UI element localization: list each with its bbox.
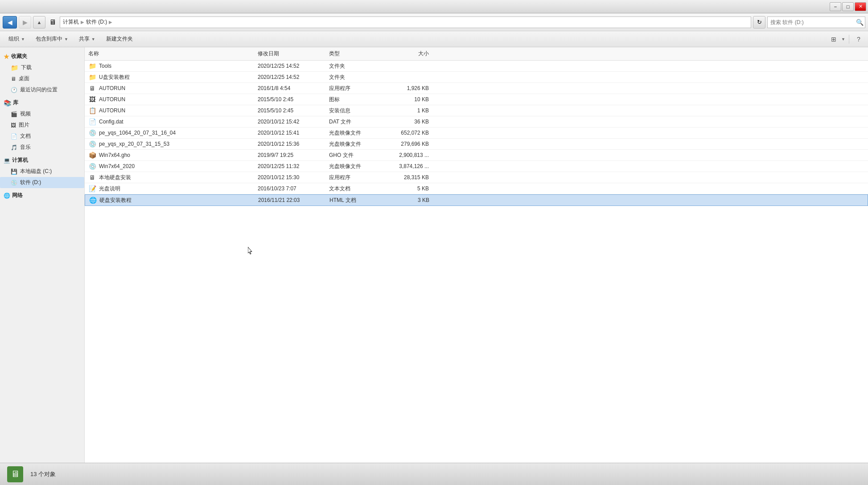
sidebar-item-documents[interactable]: 📄 文档: [0, 131, 84, 142]
search-input[interactable]: [767, 16, 865, 28]
file-name: AUTORUN: [99, 85, 125, 91]
table-row[interactable]: 💿 Win7x64_2020 2020/12/25 11:32 光盘映像文件 3…: [85, 161, 868, 172]
exe-icon: 🖥: [88, 173, 96, 181]
sidebar-video-label: 视频: [20, 110, 31, 118]
forward-button[interactable]: ▶: [19, 16, 31, 29]
file-size: 652,072 KB: [379, 130, 432, 136]
drive-d-icon: 💿: [11, 180, 17, 186]
col-header-size[interactable]: 大小: [379, 49, 432, 58]
iso-icon: 💿: [88, 162, 96, 170]
search-button[interactable]: 🔍: [856, 19, 864, 26]
new-folder-button[interactable]: 新建文件夹: [101, 33, 138, 45]
html-icon: 🌐: [89, 196, 97, 204]
file-name: Config.dat: [99, 119, 123, 125]
path-drive[interactable]: 软件 (D:): [86, 18, 107, 26]
file-type: 文件夹: [325, 62, 379, 70]
file-name-cell: 📦 Win7x64.gho: [85, 151, 254, 159]
file-type: 光盘映像文件: [325, 163, 379, 170]
file-name-cell: 💿 pe_yqs_xp_20_07_31_15_53: [85, 140, 254, 148]
computer-header[interactable]: 💻 计算机: [0, 155, 84, 166]
table-row[interactable]: 🌐 硬盘安装教程 2016/11/21 22:03 HTML 文档 3 KB: [85, 194, 868, 206]
table-row[interactable]: 📄 Config.dat 2020/10/12 15:42 DAT 文件 36 …: [85, 116, 868, 127]
library-header[interactable]: 📚 库: [0, 97, 84, 108]
view-button[interactable]: ⊞: [828, 33, 839, 45]
folder-icon: 📁: [11, 64, 18, 71]
organize-label: 组织: [8, 35, 19, 43]
drive-c-icon: 💾: [11, 169, 17, 175]
computer-label: 计算机: [12, 156, 28, 164]
file-name-cell: 📝 光盘说明: [85, 185, 254, 193]
file-type: 图标: [325, 96, 379, 103]
file-type: 文本文档: [325, 185, 379, 193]
organize-button[interactable]: 组织 ▼: [4, 33, 30, 45]
close-button[interactable]: ✕: [855, 2, 866, 11]
table-row[interactable]: 📦 Win7x64.gho 2019/9/7 19:25 GHO 文件 2,90…: [85, 150, 868, 161]
help-button[interactable]: ?: [853, 33, 864, 45]
main-content: ★ 收藏夹 📁 下载 🖥 桌面 🕐 最近访问的位置 📚 库: [0, 47, 868, 463]
file-type: 光盘映像文件: [325, 140, 379, 148]
sidebar-item-recent[interactable]: 🕐 最近访问的位置: [0, 84, 84, 95]
minimize-button[interactable]: −: [830, 2, 841, 11]
file-date: 2020/10/12 15:36: [254, 141, 325, 147]
sidebar-item-music[interactable]: 🎵 音乐: [0, 142, 84, 153]
img-icon: 🖼: [88, 95, 96, 103]
file-name: 硬盘安装教程: [99, 197, 132, 204]
up-button[interactable]: ▲: [33, 16, 45, 29]
sidebar-drive-d-label: 软件 (D:): [20, 179, 41, 186]
file-type: 应用程序: [325, 174, 379, 181]
include-library-button[interactable]: 包含到库中 ▼: [31, 33, 73, 45]
search-wrapper: 🔍: [767, 16, 865, 28]
table-row[interactable]: 📋 AUTORUN 2015/5/10 2:45 安装信息 1 KB: [85, 105, 868, 116]
file-size: 2,900,813 ...: [379, 152, 432, 158]
maximize-button[interactable]: □: [842, 2, 854, 11]
table-row[interactable]: 📝 光盘说明 2016/10/23 7:07 文本文档 5 KB: [85, 183, 868, 194]
sidebar-item-drive-c[interactable]: 💾 本地磁盘 (C:): [0, 166, 84, 177]
file-type: GHO 文件: [325, 152, 379, 159]
favorites-header[interactable]: ★ 收藏夹: [0, 51, 84, 62]
table-row[interactable]: 📁 U盘安装教程 2020/12/25 14:52 文件夹: [85, 72, 868, 83]
address-path[interactable]: 计算机 ▶ 软件 (D:) ▶: [60, 16, 751, 28]
file-date: 2016/11/21 22:03: [255, 197, 326, 203]
share-button[interactable]: 共享 ▼: [74, 33, 100, 45]
table-row[interactable]: 📁 Tools 2020/12/25 14:52 文件夹: [85, 61, 868, 72]
file-name: Tools: [99, 63, 111, 69]
file-type: DAT 文件: [325, 118, 379, 126]
table-row[interactable]: 🖥 本地硬盘安装 2020/10/12 15:30 应用程序 28,315 KB: [85, 172, 868, 183]
network-section: 🌐 网络: [0, 190, 84, 201]
file-size: 36 KB: [379, 119, 432, 125]
col-header-date[interactable]: 修改日期: [254, 49, 325, 58]
file-list-header: 名称 修改日期 类型 大小: [85, 47, 868, 61]
star-icon: ★: [4, 53, 9, 60]
col-header-name[interactable]: 名称: [85, 49, 254, 58]
table-row[interactable]: 💿 pe_yqs_xp_20_07_31_15_53 2020/10/12 15…: [85, 139, 868, 150]
refresh-button[interactable]: ↻: [753, 16, 765, 29]
sidebar-item-desktop[interactable]: 🖥 桌面: [0, 73, 84, 84]
file-name: pe_yqs_1064_20_07_31_16_04: [99, 130, 176, 136]
file-name: U盘安装教程: [99, 74, 130, 81]
network-header[interactable]: 🌐 网络: [0, 190, 84, 201]
sidebar-downloads-label: 下载: [21, 64, 32, 71]
share-label: 共享: [79, 35, 90, 43]
file-type: 应用程序: [325, 85, 379, 92]
table-row[interactable]: 🖼 AUTORUN 2015/5/10 2:45 图标 10 KB: [85, 94, 868, 105]
sidebar-item-video[interactable]: 🎬 视频: [0, 108, 84, 119]
folder-icon: 📁: [88, 73, 96, 81]
col-header-type[interactable]: 类型: [325, 49, 379, 58]
sidebar-item-drive-d[interactable]: 💿 软件 (D:): [0, 177, 84, 188]
table-row[interactable]: 💿 pe_yqs_1064_20_07_31_16_04 2020/10/12 …: [85, 127, 868, 139]
sidebar-item-downloads[interactable]: 📁 下载: [0, 62, 84, 73]
sidebar-drive-c-label: 本地磁盘 (C:): [20, 168, 52, 175]
table-row[interactable]: 🖥 AUTORUN 2016/1/8 4:54 应用程序 1,926 KB: [85, 83, 868, 94]
sidebar-music-label: 音乐: [20, 144, 31, 151]
file-type: 文件夹: [325, 74, 379, 81]
sidebar-item-pictures[interactable]: 🖼 图片: [0, 119, 84, 131]
recent-icon: 🕐: [11, 87, 17, 93]
share-arrow: ▼: [91, 37, 95, 41]
sidebar-recent-label: 最近访问的位置: [20, 86, 58, 94]
computer-icon2: 💻: [4, 157, 10, 164]
iso-icon: 💿: [88, 140, 96, 148]
file-name: AUTORUN: [99, 107, 125, 114]
back-button[interactable]: ◀: [3, 16, 17, 29]
status-icon: 🖥: [7, 466, 23, 482]
path-computer[interactable]: 计算机: [63, 18, 79, 26]
